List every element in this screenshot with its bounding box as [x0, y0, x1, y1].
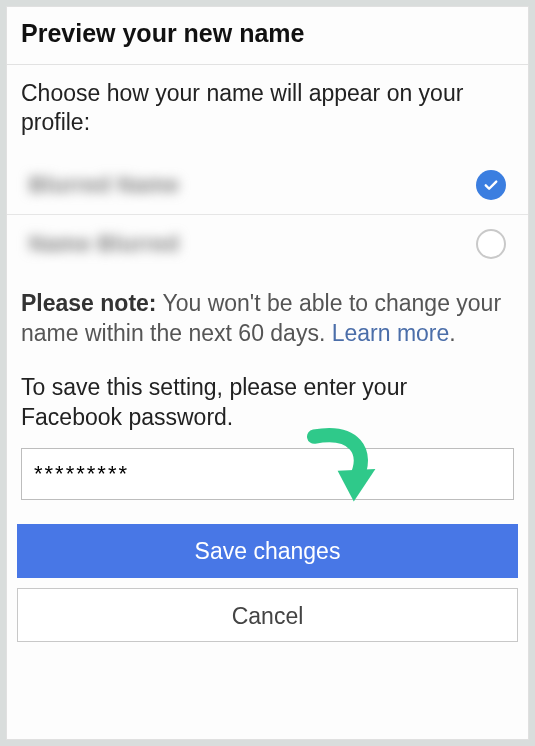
- password-instruction: To save this setting, please enter your …: [7, 357, 528, 449]
- preview-name-card: Preview your new name Choose how your na…: [6, 6, 529, 740]
- check-icon: [476, 170, 506, 200]
- name-option-2-label: Name Blurred: [29, 231, 179, 257]
- choose-instruction: Choose how your name will appear on your…: [7, 65, 528, 156]
- name-options-list: Blurred Name Name Blurred: [7, 156, 528, 273]
- note-prefix: Please note:: [21, 290, 157, 316]
- learn-more-link[interactable]: Learn more: [332, 320, 450, 346]
- password-wrap: [7, 448, 528, 500]
- cancel-button[interactable]: Cancel: [17, 588, 518, 642]
- password-input[interactable]: [21, 448, 514, 500]
- note-text: Please note: You won't be able to change…: [7, 273, 528, 357]
- note-suffix: .: [449, 320, 455, 346]
- name-option-1[interactable]: Blurred Name: [7, 156, 528, 215]
- name-option-1-label: Blurred Name: [29, 172, 179, 198]
- page-title: Preview your new name: [7, 7, 528, 65]
- save-changes-button[interactable]: Save changes: [17, 524, 518, 578]
- name-option-2[interactable]: Name Blurred: [7, 215, 528, 273]
- radio-unselected-icon: [476, 229, 506, 259]
